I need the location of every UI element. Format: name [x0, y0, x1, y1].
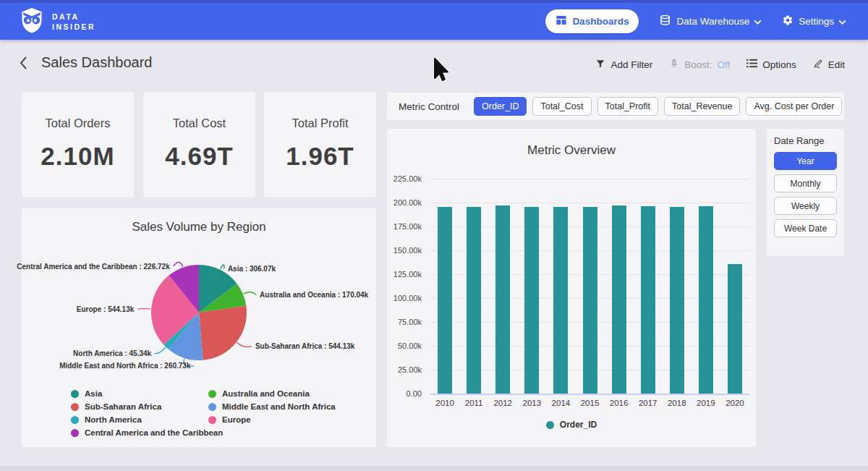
y-tick-label: 100.00k — [387, 294, 422, 302]
x-tick-label: 2017 — [634, 399, 663, 407]
legend-label: Central America and the Caribbean — [85, 428, 223, 437]
metric-button-total-cost[interactable]: Total_Cost — [532, 97, 591, 116]
metric-control-bar: Metric Control Order_ID Total_Cost Total… — [387, 93, 844, 120]
x-tick-label: 2019 — [692, 399, 720, 407]
bar-2018[interactable] — [670, 207, 684, 394]
pie-slice-label: Europe : 544.13k — [77, 305, 135, 313]
data-warehouse-menu[interactable]: Data Warehouse — [659, 14, 762, 29]
kpi-total-profit: Total Profit 1.96T — [264, 92, 376, 198]
bar-y-axis: 0.0025.00k50.00k75.00k100.00k125.00k150.… — [387, 179, 426, 394]
bar-2019[interactable] — [699, 206, 713, 394]
sales-volume-chart-card: Sales Volume by Region Asia : 306.07kAus… — [22, 208, 376, 447]
legend-dot — [71, 416, 79, 424]
pie-legend-item[interactable]: Central America and the Caribbean — [71, 426, 223, 439]
range-button-year[interactable]: Year — [774, 152, 837, 170]
pie-legend-item[interactable]: Sub-Saharan Africa — [71, 400, 223, 413]
y-tick-label: 225.00k — [387, 174, 422, 183]
x-tick-label: 2014 — [546, 399, 575, 407]
pie-slice-label: Central America and the Caribbean : 226.… — [17, 263, 170, 271]
y-tick-label: 75.00k — [387, 318, 422, 326]
bar-2016[interactable] — [612, 205, 626, 394]
add-filter-button[interactable]: Add Filter — [595, 59, 652, 71]
x-tick-label: 2011 — [459, 399, 488, 407]
back-button[interactable] — [19, 56, 27, 72]
settings-menu[interactable]: Settings — [782, 14, 846, 28]
footer-strip — [0, 466, 868, 471]
date-range-label: Date Range — [774, 135, 837, 146]
pie-legend-item[interactable]: Australia and Oceania — [208, 387, 336, 400]
options-button[interactable]: Options — [746, 59, 796, 70]
kpi-label: Total Orders — [22, 116, 134, 130]
bar-x-axis: 2010201120122013201420152016201720182019… — [430, 399, 749, 410]
bar-2011[interactable] — [467, 207, 481, 394]
x-tick-label: 2013 — [517, 399, 546, 407]
metric-button-total-revenue[interactable]: Total_Revenue — [664, 97, 740, 116]
legend-dot — [208, 416, 216, 424]
bar-2013[interactable] — [524, 207, 539, 394]
owl-icon — [19, 7, 45, 37]
legend-dot — [71, 429, 79, 437]
pie-legend-item[interactable]: Middle East and North Africa — [208, 400, 336, 413]
database-icon — [659, 14, 671, 29]
brand-text: DATA INSIDER — [52, 12, 95, 31]
chevron-down-icon — [838, 16, 846, 27]
page-title: Sales Dashboard — [41, 54, 152, 71]
x-tick-label: 2015 — [576, 399, 605, 407]
kpi-total-cost: Total Cost 4.69T — [143, 92, 255, 198]
legend-label: Sub-Saharan Africa — [85, 402, 161, 411]
dashboards-button[interactable]: Dashboards — [545, 9, 639, 33]
bar-2010[interactable] — [438, 207, 452, 394]
metric-button-avg-cost-per-order[interactable]: Avg. Cost per Order — [746, 97, 842, 116]
pie-legend-item[interactable]: Europe — [208, 413, 336, 426]
top-navbar: DATA INSIDER Dashboards Data W — [0, 0, 868, 40]
pie-legend-item[interactable]: Asia — [71, 387, 223, 400]
bar-legend: Order_ID — [387, 420, 756, 430]
range-button-week-date[interactable]: Week Date — [774, 219, 837, 237]
bar-2014[interactable] — [553, 207, 568, 394]
pie-slice-label: Australia and Oceania : 170.04k — [260, 291, 369, 299]
legend-dot — [71, 390, 79, 398]
metric-overview-chart-card: Metric Overview 0.0025.00k50.00k75.00k10… — [387, 129, 756, 447]
brand-line1: DATA — [52, 12, 95, 21]
kpi-label: Total Profit — [264, 116, 376, 130]
legend-label: Middle East and North Africa — [222, 402, 336, 411]
legend-dot — [208, 403, 216, 411]
bar-2015[interactable] — [583, 207, 597, 394]
range-button-weekly[interactable]: Weekly — [774, 197, 837, 215]
pie-callout-line — [137, 308, 150, 309]
gridline — [430, 394, 749, 395]
pie-slice-label: Middle East and North Africa : 260.73k — [59, 362, 191, 370]
metric-button-total-profit[interactable]: Total_Profit — [597, 97, 659, 116]
x-tick-label: 2012 — [488, 399, 517, 407]
brand-logo[interactable]: DATA INSIDER — [19, 7, 95, 37]
boost-toggle[interactable]: Boost: Off — [669, 58, 730, 71]
y-tick-label: 175.00k — [387, 222, 422, 231]
filter-icon — [595, 59, 605, 71]
pie-callout-line — [155, 347, 166, 353]
pie-slice-sub-saharan-africa[interactable] — [199, 306, 247, 360]
y-tick-label: 125.00k — [387, 270, 422, 279]
pie-callout-line — [244, 292, 256, 295]
x-tick-label: 2020 — [720, 399, 749, 407]
kpi-total-orders: Total Orders 2.10M — [22, 92, 134, 198]
metric-control-label: Metric Control — [399, 101, 459, 112]
kpi-label: Total Cost — [143, 116, 255, 130]
chevron-left-icon — [19, 61, 27, 72]
y-tick-label: 25.00k — [387, 365, 422, 374]
legend-label: Europe — [222, 415, 251, 424]
range-button-monthly[interactable]: Monthly — [774, 174, 837, 192]
edit-button[interactable]: Edit — [813, 59, 845, 71]
page: DATA INSIDER Dashboards Data W — [0, 0, 868, 471]
pie-legend-item[interactable]: North America — [71, 413, 223, 426]
bar-2020[interactable] — [728, 264, 742, 394]
y-tick-label: 150.00k — [387, 246, 422, 255]
legend-label: North America — [85, 415, 142, 424]
bar-2017[interactable] — [641, 206, 655, 394]
pie-legend-col-0: AsiaSub-Saharan AfricaNorth AmericaCentr… — [71, 387, 223, 439]
legend-label: Order_ID — [560, 420, 597, 430]
pie-slice-label: Sub-Saharan Africa : 544.13k — [255, 342, 355, 350]
metric-button-order-id[interactable]: Order_ID — [474, 97, 527, 116]
legend-label: Asia — [85, 389, 102, 398]
bar-2012[interactable] — [495, 205, 510, 394]
pie-slice-label: North America : 45.34k — [73, 349, 151, 357]
